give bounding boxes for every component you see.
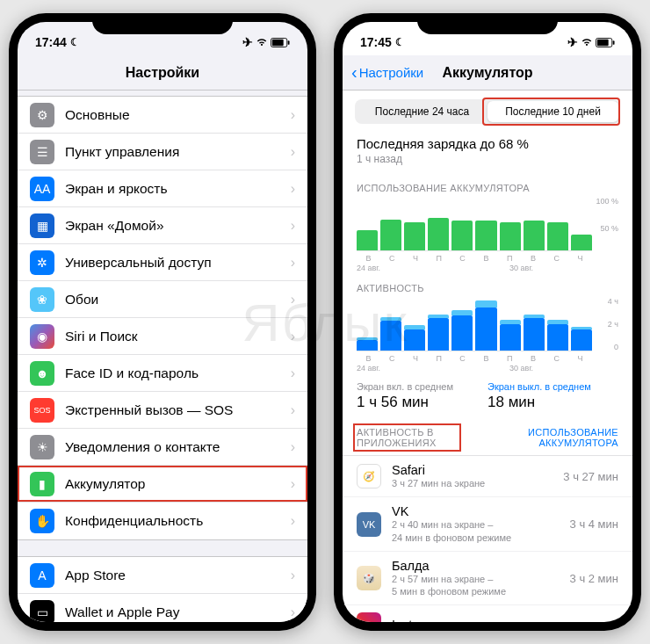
axis-tick: В: [357, 354, 380, 363]
row-label: Face ID и код-пароль: [65, 365, 291, 381]
settings-row[interactable]: ▦Экран «Домой»›: [18, 207, 307, 244]
chevron-left-icon: ‹: [351, 62, 358, 83]
axis-tick: Ч: [568, 354, 592, 363]
phone-left: 17:44 ☾ ✈ Настройки ⚙Основные›☰Пункт упр…: [9, 13, 316, 631]
stat-screen-off-value: 18 мин: [488, 394, 618, 411]
axis-tick: С: [380, 354, 404, 363]
siri-icon: ◉: [30, 324, 54, 349]
settings-row[interactable]: ✋Конфиденциальность›: [18, 503, 307, 539]
chart-bar: [475, 308, 496, 351]
battery-detail[interactable]: Последние 24 часа Последние 10 дней Посл…: [343, 90, 632, 622]
chevron-right-icon: ›: [291, 329, 295, 344]
airplane-icon: ✈: [242, 35, 253, 49]
segment-24h[interactable]: Последние 24 часа: [357, 101, 488, 122]
chart-bar: [428, 318, 449, 351]
row-label: Экстренный вызов — SOS: [65, 402, 291, 418]
app-info: Safari3 ч 27 мин на экране: [392, 463, 563, 489]
app-info: Балда2 ч 57 мин на экране – 5 мин в фоно…: [392, 559, 570, 598]
segment-10d[interactable]: Последние 10 дней: [488, 101, 618, 122]
axis-tick: В: [474, 254, 498, 263]
dnd-moon-icon: ☾: [70, 36, 80, 48]
chart-bar: [380, 321, 401, 351]
settings-row[interactable]: ▭Wallet и Apple Pay›: [18, 594, 307, 622]
axis-date: 30 авг.: [498, 264, 545, 272]
tab-activity-by-app[interactable]: АКТИВНОСТЬ ВПРИЛОЖЕНИЯХ: [357, 427, 488, 448]
dnd-moon-icon: ☾: [395, 36, 405, 48]
app-row[interactable]: 🧭Safari3 ч 27 мин на экране3 ч 27 мин: [343, 456, 632, 497]
segmented-control[interactable]: Последние 24 часа Последние 10 дней: [355, 99, 620, 124]
settings-row[interactable]: ☻Face ID и код-пароль›: [18, 355, 307, 392]
wallet-icon: ▭: [30, 600, 54, 622]
chevron-right-icon: ›: [291, 181, 295, 197]
settings-row[interactable]: ☀Уведомления о контакте›: [18, 429, 307, 466]
chart-bar: [524, 221, 545, 250]
row-label: Аккумулятор: [65, 476, 291, 492]
battery-icon: ▮: [30, 472, 54, 496]
chevron-right-icon: ›: [291, 568, 295, 583]
chevron-right-icon: ›: [291, 439, 295, 455]
settings-row[interactable]: ❀Обои›: [18, 281, 307, 318]
settings-row[interactable]: ✲Универсальный доступ›: [18, 244, 307, 281]
settings-list[interactable]: ⚙Основные›☰Пункт управления›AAЭкран и яр…: [18, 90, 307, 622]
app-row[interactable]: 🎲Балда2 ч 57 мин на экране – 5 мин в фон…: [343, 552, 632, 606]
settings-row[interactable]: SOSЭкстренный вызов — SOS›: [18, 392, 307, 429]
stat-screen-on-label: Экран вкл. в среднем: [357, 381, 488, 392]
chart-bar: [451, 315, 473, 351]
svg-rect-4: [597, 39, 609, 45]
back-label: Настройки: [359, 65, 424, 80]
chart-bar: [357, 230, 378, 250]
faceid-icon: ☻: [30, 361, 54, 386]
chevron-right-icon: ›: [291, 513, 295, 529]
axis-tick: П: [427, 254, 451, 263]
section-activity-label: АКТИВНОСТЬ: [357, 283, 618, 293]
back-button[interactable]: ‹ Настройки: [351, 62, 423, 83]
app-info: VK2 ч 40 мин на экране – 24 мин в фоново…: [392, 504, 570, 544]
row-label: Пункт управления: [65, 144, 291, 160]
chevron-right-icon: ›: [291, 107, 295, 123]
status-time: 17:45: [360, 35, 392, 49]
settings-row[interactable]: AAЭкран и яркость›: [18, 170, 307, 207]
tab-row: АКТИВНОСТЬ ВПРИЛОЖЕНИЯХ ИСПОЛЬЗОВАНИЕАКК…: [343, 423, 632, 456]
accessibility-icon: ✲: [30, 250, 54, 275]
home-grid-icon: ▦: [30, 213, 54, 238]
chart-bar: [475, 221, 496, 250]
section-usage-label: ИСПОЛЬЗОВАНИЕ АККУМУЛЯТОРА: [357, 183, 618, 193]
nav-bar: ‹ Настройки Аккумулятор: [343, 55, 632, 90]
app-name: VK: [392, 504, 570, 518]
tab-battery-usage[interactable]: ИСПОЛЬЗОВАНИЕАККУМУЛЯТОРА: [488, 427, 618, 448]
axis-date: 24 авг.: [357, 364, 404, 373]
appstore-icon: A: [30, 563, 54, 588]
stats-row: Экран вкл. в среднем 1 ч 56 мин Экран вы…: [343, 373, 632, 423]
sos-icon: SOS: [30, 398, 54, 423]
app-row[interactable]: Instagram: [343, 605, 632, 622]
axis-tick: С: [545, 254, 568, 263]
chevron-right-icon: ›: [291, 402, 295, 418]
settings-row[interactable]: AApp Store›: [18, 557, 307, 594]
row-label: App Store: [65, 568, 291, 583]
app-icon: VK: [357, 512, 381, 537]
app-time: 3 ч 27 мин: [563, 470, 618, 483]
settings-row[interactable]: ▮Аккумулятор›: [18, 466, 307, 503]
chart-bar: [547, 222, 568, 250]
stat-screen-on-value: 1 ч 56 мин: [357, 394, 488, 411]
app-row[interactable]: VKVK2 ч 40 мин на экране – 24 мин в фоно…: [343, 497, 632, 552]
axis-date: 30 авг.: [498, 364, 545, 373]
axis-tick: В: [522, 354, 545, 363]
axis-tick: С: [451, 354, 474, 363]
app-icon: [357, 612, 381, 622]
axis-tick: В: [522, 254, 545, 263]
chevron-right-icon: ›: [291, 476, 295, 492]
app-time: 3 ч 2 мин: [570, 572, 618, 585]
chart-bar: [404, 329, 425, 351]
app-subtitle: 2 ч 57 мин на экране – 5 мин в фоновом р…: [392, 573, 570, 598]
chevron-right-icon: ›: [291, 604, 295, 620]
settings-row[interactable]: ☰Пункт управления›: [18, 134, 307, 170]
settings-row[interactable]: ◉Siri и Поиск›: [18, 318, 307, 355]
axis-tick: П: [498, 354, 522, 363]
settings-row[interactable]: ⚙Основные›: [18, 97, 307, 134]
chart-bar: [500, 324, 521, 351]
last-charge-sub: 1 ч назад: [357, 153, 618, 165]
app-icon: 🎲: [357, 566, 381, 590]
last-charge-title: Последняя зарядка до 68 %: [357, 136, 618, 151]
chart-bar: [404, 222, 425, 250]
